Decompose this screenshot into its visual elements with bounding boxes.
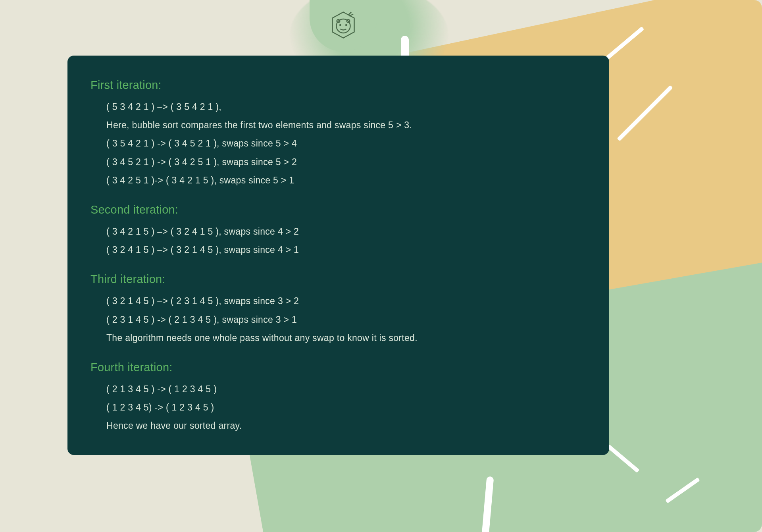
svg-marker-0 (333, 12, 354, 38)
code-line: The algorithm needs one whole pass witho… (106, 332, 581, 344)
section-body: ( 5 3 4 2 1 ) –> ( 3 5 4 2 1 ), Here, bu… (90, 100, 581, 187)
code-line: ( 3 4 2 5 1 )-> ( 3 4 2 1 5 ), swaps sin… (106, 174, 581, 187)
svg-point-1 (337, 19, 350, 33)
section-title: First iteration: (90, 79, 581, 92)
section-body: ( 3 4 2 1 5 ) –> ( 3 2 4 1 5 ), swaps si… (90, 225, 581, 256)
content-card: First iteration: ( 5 3 4 2 1 ) –> ( 3 5 … (67, 56, 609, 455)
code-line: ( 3 5 4 2 1 ) -> ( 3 4 5 2 1 ), swaps si… (106, 137, 581, 150)
code-line: ( 3 2 4 1 5 ) –> ( 3 2 1 4 5 ), swaps si… (106, 243, 581, 256)
code-line: ( 3 4 2 1 5 ) –> ( 3 2 4 1 5 ), swaps si… (106, 225, 581, 238)
code-line: Hence we have our sorted array. (106, 419, 581, 432)
svg-point-3 (345, 24, 347, 26)
code-line: ( 1 2 3 4 5) -> ( 1 2 3 4 5 ) (106, 401, 581, 414)
iteration-section-4: Fourth iteration: ( 2 1 3 4 5 ) -> ( 1 2… (90, 361, 581, 432)
code-line: Here, bubble sort compares the first two… (106, 119, 581, 131)
code-line: ( 2 1 3 4 5 ) -> ( 1 2 3 4 5 ) (106, 383, 581, 395)
svg-point-2 (339, 24, 341, 26)
section-body: ( 2 1 3 4 5 ) -> ( 1 2 3 4 5 ) ( 1 2 3 4… (90, 383, 581, 432)
section-title: Third iteration: (90, 273, 581, 286)
code-line: ( 3 4 5 2 1 ) -> ( 3 4 2 5 1 ), swaps si… (106, 156, 581, 168)
beaver-icon (327, 9, 359, 42)
section-title: Fourth iteration: (90, 361, 581, 374)
iteration-section-3: Third iteration: ( 3 2 1 4 5 ) –> ( 2 3 … (90, 273, 581, 344)
code-line: ( 3 2 1 4 5 ) –> ( 2 3 1 4 5 ), swaps si… (106, 295, 581, 307)
iteration-section-2: Second iteration: ( 3 4 2 1 5 ) –> ( 3 2… (90, 203, 581, 256)
code-line: ( 2 3 1 4 5 ) -> ( 2 1 3 4 5 ), swaps si… (106, 313, 581, 326)
section-title: Second iteration: (90, 203, 581, 216)
code-line: ( 5 3 4 2 1 ) –> ( 3 5 4 2 1 ), (106, 100, 581, 113)
iteration-section-1: First iteration: ( 5 3 4 2 1 ) –> ( 3 5 … (90, 79, 581, 187)
section-body: ( 3 2 1 4 5 ) –> ( 2 3 1 4 5 ), swaps si… (90, 295, 581, 344)
